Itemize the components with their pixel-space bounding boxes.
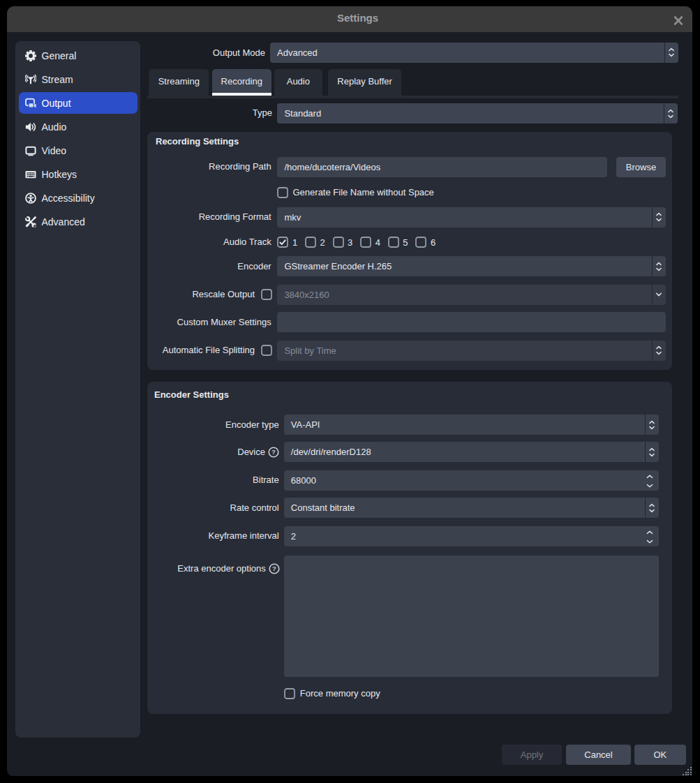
svg-text:?: ? [271,448,276,456]
svg-text:?: ? [272,565,276,572]
